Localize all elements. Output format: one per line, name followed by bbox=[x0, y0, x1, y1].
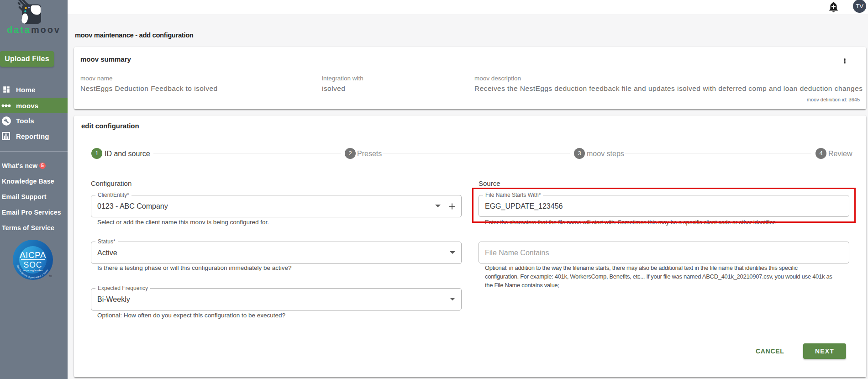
svg-text:AICPA: AICPA bbox=[20, 250, 46, 260]
svg-text:SOC: SOC bbox=[24, 260, 42, 269]
svg-text:TM: TM bbox=[49, 275, 52, 278]
svg-text:aicpa.org/soc4so: aicpa.org/soc4so bbox=[23, 269, 42, 272]
